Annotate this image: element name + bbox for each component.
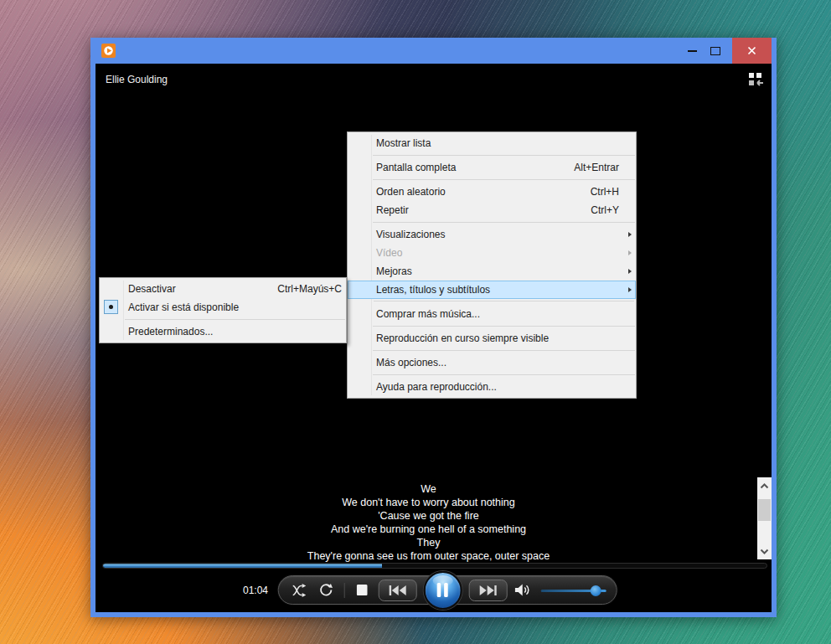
submenu-arrow-cell xyxy=(619,287,632,292)
lyric-line: They're gonna see us from outer space, o… xyxy=(95,549,761,563)
lyrics-scrollbar[interactable] xyxy=(757,477,772,559)
repeat-button[interactable] xyxy=(315,580,337,601)
menu-item[interactable]: Predeterminados... xyxy=(100,322,346,341)
submenu-arrow-icon xyxy=(628,250,632,255)
volume-thumb[interactable] xyxy=(590,585,601,596)
stop-icon xyxy=(357,585,368,595)
menu-item-label: Vídeo xyxy=(376,247,402,259)
submenu-arrow-cell xyxy=(619,336,632,341)
menu-item[interactable]: Repetir Ctrl+Y xyxy=(348,201,636,219)
playback-controls: 01:04 xyxy=(95,571,772,610)
scroll-down-button[interactable] xyxy=(757,544,772,558)
menu-item-label: Desactivar xyxy=(128,283,176,295)
submenu-arrow-cell xyxy=(619,269,632,274)
menu-item-label: Comprar más música... xyxy=(376,308,480,320)
menu-item-shortcut: Alt+Entrar xyxy=(550,162,619,173)
controls-cluster xyxy=(277,575,617,605)
lyrics: WeWe don't have to worry about nothing'C… xyxy=(95,482,761,563)
menu-item[interactable]: Mejoras xyxy=(348,262,636,281)
track-artist: Ellie Goulding xyxy=(106,74,168,85)
mute-button[interactable] xyxy=(512,580,534,601)
submenu-arrow-cell xyxy=(619,189,632,194)
submenu-arrow-cell xyxy=(619,232,632,237)
pause-icon xyxy=(436,583,449,597)
submenu-arrow-icon xyxy=(628,287,632,292)
submenu-arrow-cell xyxy=(619,165,632,170)
radio-dot-icon xyxy=(109,305,113,309)
chevron-up-icon xyxy=(760,483,769,489)
elapsed-time: 01:04 xyxy=(243,585,268,596)
scroll-up-button[interactable] xyxy=(757,479,772,492)
radio-indicator xyxy=(104,300,118,314)
lyric-line: We xyxy=(95,482,761,496)
lyric-line: 'Cause we got the fire xyxy=(95,509,761,523)
volume-icon xyxy=(515,584,531,596)
menu-item-shortcut: Ctrl+Y xyxy=(567,204,619,216)
minimize-icon xyxy=(688,50,697,52)
desktop-wallpaper: Ellie Goulding WeWe don't have to worry … xyxy=(0,0,831,644)
skip-back-icon xyxy=(388,585,406,596)
submenu-arrow-cell xyxy=(619,360,632,365)
menu-item[interactable]: Vídeo xyxy=(348,244,636,262)
controls-divider xyxy=(343,583,344,598)
menu-item-label: Mejoras xyxy=(376,265,412,277)
menu-item[interactable]: Reproducción en curso siempre visible xyxy=(348,329,636,348)
menu-item-label: Ayuda para reproducción... xyxy=(376,381,497,393)
submenu-arrow-cell xyxy=(619,312,632,317)
context-menu: Mostrar lista Pantalla completa Alt+Entr… xyxy=(347,131,637,399)
scrollbar-thumb[interactable] xyxy=(758,499,771,521)
menu-item[interactable]: Pantalla completa Alt+Entrar xyxy=(348,158,636,177)
seek-bar[interactable] xyxy=(102,563,767,569)
seek-progress xyxy=(103,564,382,568)
lyric-line: And we're burning one hell of a somethin… xyxy=(95,523,761,536)
menu-item-shortcut: Ctrl+H xyxy=(567,186,619,198)
menu-item[interactable]: Orden aleatorio Ctrl+H xyxy=(348,183,636,201)
submenu-arrow-cell xyxy=(619,250,632,255)
menu-item[interactable]: Comprar más música... xyxy=(348,305,636,323)
titlebar[interactable] xyxy=(95,38,772,64)
repeat-icon xyxy=(319,583,333,597)
switch-to-library-icon[interactable] xyxy=(748,73,764,87)
submenu-arrow-cell xyxy=(619,141,632,146)
lyric-line: They xyxy=(95,536,761,549)
menu-item[interactable]: Ayuda para reproducción... xyxy=(348,378,636,396)
submenu-arrow-icon xyxy=(628,269,632,274)
menu-item-label: Predeterminados... xyxy=(128,326,213,337)
menu-item-label: Mostrar lista xyxy=(376,137,431,149)
close-icon xyxy=(747,46,756,55)
menu-item[interactable]: Más opciones... xyxy=(348,353,636,372)
chevron-down-icon xyxy=(760,549,769,554)
volume-slider[interactable] xyxy=(540,580,606,601)
menu-item-label: Reproducción en curso siempre visible xyxy=(376,332,549,344)
menu-item[interactable]: Activar si está disponible xyxy=(100,298,346,317)
menu-item[interactable]: Desactivar Ctrl+Mayús+C xyxy=(100,280,346,298)
skip-forward-icon xyxy=(478,585,497,596)
maximize-icon xyxy=(710,47,720,55)
menu-item-label: Activar si está disponible xyxy=(128,301,239,313)
lyrics-submenu: Desactivar Ctrl+Mayús+C Activar si está … xyxy=(99,277,347,343)
menu-item-label: Letras, títulos y subtítulos xyxy=(376,284,490,296)
previous-button[interactable] xyxy=(378,580,416,601)
menu-item[interactable]: Visualizaciones xyxy=(348,225,636,244)
maximize-button[interactable] xyxy=(704,39,727,63)
shuffle-icon xyxy=(292,584,307,597)
minimize-button[interactable] xyxy=(680,39,704,63)
submenu-arrow-cell xyxy=(619,208,632,213)
menu-item-label: Repetir xyxy=(376,204,409,216)
menu-item-shortcut: Ctrl+Mayús+C xyxy=(254,283,342,295)
menu-item-label: Más opciones... xyxy=(376,357,446,368)
submenu-arrow-icon xyxy=(628,232,632,237)
shuffle-button[interactable] xyxy=(288,580,310,601)
wmp-app-icon[interactable] xyxy=(101,44,116,58)
submenu-arrow-cell xyxy=(619,384,632,389)
menu-item-label: Pantalla completa xyxy=(376,162,456,173)
lyric-line: We don't have to worry about nothing xyxy=(95,496,761,509)
menu-item[interactable]: Mostrar lista xyxy=(348,134,636,152)
next-button[interactable] xyxy=(468,580,507,601)
close-button[interactable] xyxy=(732,38,772,64)
menu-item-label: Visualizaciones xyxy=(376,229,446,240)
play-pause-button[interactable] xyxy=(423,571,462,610)
menu-item[interactable]: Letras, títulos y subtítulos xyxy=(348,281,636,299)
menu-item-label: Orden aleatorio xyxy=(376,186,446,198)
stop-button[interactable] xyxy=(351,580,373,601)
